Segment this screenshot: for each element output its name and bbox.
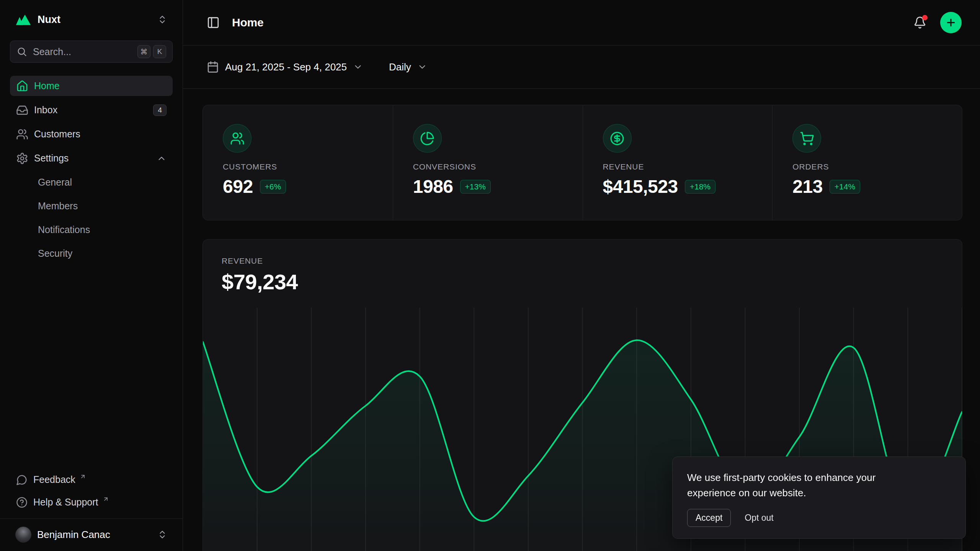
sidebar-item-label: Inbox [34, 104, 57, 116]
footer-link-label: Feedback [33, 474, 75, 485]
notifications-button[interactable] [911, 14, 929, 31]
help-support-link[interactable]: Help & Support [10, 492, 173, 512]
kbd-cmd: ⌘ [137, 45, 150, 58]
date-range-picker[interactable]: Aug 21, 2025 - Sep 4, 2025 [204, 57, 365, 77]
stat-value: 213 [792, 176, 823, 197]
inbox-icon [16, 104, 28, 116]
users-icon [16, 128, 28, 140]
sidebar-item-label: Customers [34, 129, 80, 140]
cookie-message: We use first-party cookies to enhance yo… [687, 470, 913, 500]
sidebar-item-members[interactable]: Members [10, 196, 173, 216]
avatar [15, 527, 31, 543]
help-circle-icon [16, 497, 28, 508]
notification-dot [922, 15, 928, 20]
user-menu[interactable]: Benjamin Canac [10, 523, 173, 546]
sidebar-nav: Home Inbox 4 Customers Settings [10, 76, 173, 263]
stats-card: CUSTOMERS 692 +6% CONVERSIONS 1986 +13% [203, 105, 962, 220]
stat-value: $415,523 [603, 176, 678, 197]
page-title: Home [232, 16, 264, 29]
search-placeholder: Search... [33, 46, 71, 57]
cookie-actions: Accept Opt out [687, 509, 951, 527]
sidebar-item-customers[interactable]: Customers [10, 124, 173, 144]
search-input[interactable]: Search... ⌘ K [10, 41, 173, 63]
sidebar-spacer [10, 263, 173, 469]
user-section: Benjamin Canac [0, 518, 183, 551]
sub-item-label: General [38, 177, 72, 188]
sidebar-footer: Feedback Help & Support [10, 469, 173, 518]
stat-value: 1986 [413, 176, 453, 197]
user-name: Benjamin Canac [37, 529, 110, 541]
chevron-up-icon [157, 153, 167, 163]
footer-link-label: Help & Support [33, 497, 98, 508]
chevron-down-icon [417, 62, 427, 72]
stat-label: CUSTOMERS [223, 162, 373, 171]
external-link-icon [103, 496, 109, 502]
revenue-label: REVENUE [222, 256, 943, 266]
filters-toolbar: Aug 21, 2025 - Sep 4, 2025 Daily [183, 46, 980, 89]
sidebar-item-label: Home [34, 80, 60, 91]
stat-revenue: REVENUE $415,523 +18% [583, 105, 773, 220]
stat-conversions: CONVERSIONS 1986 +13% [393, 105, 583, 220]
home-icon [16, 80, 28, 92]
topbar-left: Home [204, 14, 264, 31]
sidebar: Nuxt Search... ⌘ K Home [0, 0, 183, 551]
plus-icon [945, 17, 957, 28]
stat-label: CONVERSIONS [413, 162, 563, 171]
inbox-count-badge: 4 [153, 104, 167, 116]
sub-item-label: Security [38, 248, 72, 259]
accept-cookies-button[interactable]: Accept [687, 509, 731, 527]
chevrons-up-down-icon [157, 15, 167, 24]
sub-item-label: Members [38, 201, 78, 212]
search-icon [16, 46, 27, 57]
sidebar-item-settings[interactable]: Settings [10, 148, 173, 168]
users-icon [223, 124, 252, 153]
date-range-label: Aug 21, 2025 - Sep 4, 2025 [225, 61, 347, 73]
calendar-icon [207, 61, 219, 73]
workspace-name: Nuxt [38, 14, 60, 26]
chevron-down-icon [353, 62, 363, 72]
stat-delta-badge: +14% [830, 180, 860, 194]
granularity-label: Daily [389, 61, 411, 73]
stat-value: 692 [223, 176, 253, 197]
cookie-banner: We use first-party cookies to enhance yo… [672, 456, 966, 539]
gear-icon [16, 152, 28, 165]
sidebar-item-label: Settings [34, 153, 69, 164]
kbd-k: K [153, 45, 166, 58]
stat-delta-badge: +18% [685, 180, 715, 194]
revenue-card-header: REVENUE $79,234 [203, 240, 962, 294]
sidebar-item-inbox[interactable]: Inbox 4 [10, 100, 173, 120]
panel-left-icon [207, 16, 220, 29]
sub-item-label: Notifications [38, 224, 90, 235]
search-kbd-shortcut: ⌘ K [137, 45, 166, 58]
optout-cookies-button[interactable]: Opt out [745, 509, 773, 527]
add-button[interactable] [940, 12, 962, 33]
stat-delta-badge: +13% [460, 180, 491, 194]
sidebar-item-home[interactable]: Home [10, 76, 173, 96]
stat-label: REVENUE [603, 162, 753, 171]
topbar-right [911, 12, 962, 33]
workspace-switcher[interactable]: Nuxt [10, 7, 173, 32]
stat-orders: ORDERS 213 +14% [772, 105, 962, 220]
external-link-icon [80, 473, 86, 480]
chat-bubble-icon [16, 474, 28, 486]
nuxt-logo-icon [15, 13, 31, 26]
stat-customers: CUSTOMERS 692 +6% [203, 105, 393, 220]
topbar: Home [183, 0, 980, 46]
pie-chart-icon [413, 124, 442, 153]
granularity-select[interactable]: Daily [387, 57, 430, 77]
sidebar-toggle-button[interactable] [204, 14, 222, 31]
sidebar-item-general[interactable]: General [10, 172, 173, 192]
sidebar-item-security[interactable]: Security [10, 243, 173, 263]
stat-label: ORDERS [792, 162, 942, 171]
revenue-total-value: $79,234 [222, 270, 943, 294]
feedback-link[interactable]: Feedback [10, 469, 173, 490]
circle-dollar-icon [603, 124, 632, 153]
chevrons-up-down-icon [157, 530, 167, 540]
sidebar-item-notifications[interactable]: Notifications [10, 220, 173, 240]
stat-delta-badge: +6% [260, 180, 286, 194]
shopping-cart-icon [792, 124, 821, 153]
